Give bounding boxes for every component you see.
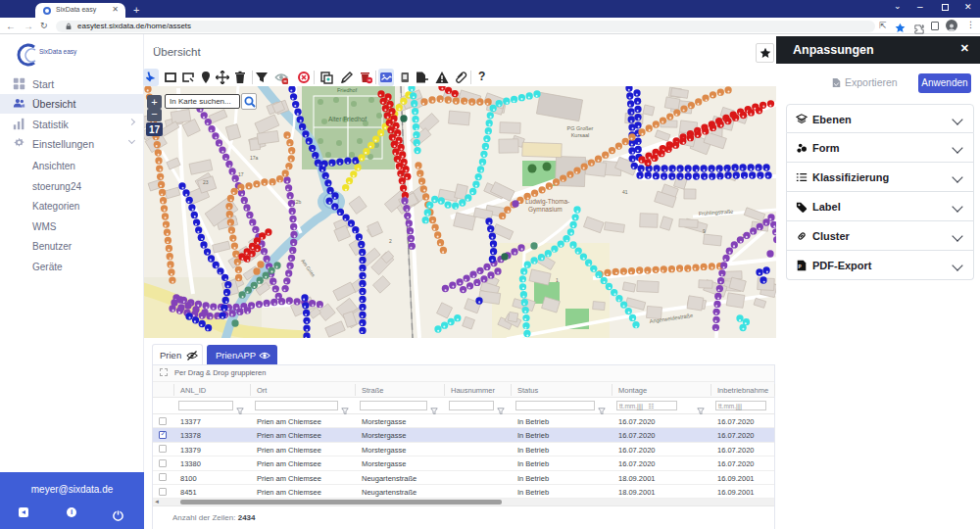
svg-text:1: 1 [556, 277, 559, 283]
svg-text:9: 9 [703, 228, 706, 234]
svg-text:Gymnasium: Gymnasium [528, 206, 563, 214]
svg-text:41: 41 [622, 189, 628, 195]
svg-text:Alter Friedhof: Alter Friedhof [328, 116, 367, 122]
svg-text:17: 17 [238, 171, 244, 177]
svg-text:Friedhof: Friedhof [337, 87, 358, 93]
svg-text:Kursaal: Kursaal [571, 132, 590, 138]
svg-text:PG Großer: PG Großer [567, 125, 594, 131]
svg-text:2: 2 [389, 238, 392, 244]
svg-text:23: 23 [203, 179, 209, 185]
svg-text:17a: 17a [250, 155, 259, 161]
svg-text:Ludwig-Thoma-: Ludwig-Thoma- [525, 198, 569, 206]
svg-text:P: P [799, 264, 802, 269]
